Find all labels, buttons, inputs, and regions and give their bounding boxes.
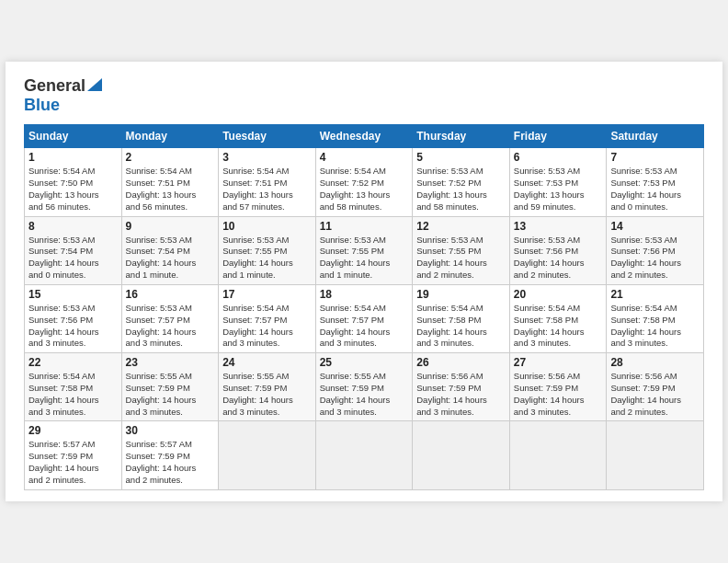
day-number: 15 xyxy=(28,288,118,301)
day-header-thursday: Thursday xyxy=(413,125,510,148)
calendar-header-row: SundayMondayTuesdayWednesdayThursdayFrid… xyxy=(25,125,704,148)
day-number: 8 xyxy=(28,220,118,233)
day-info: Sunrise: 5:56 AMSunset: 7:59 PMDaylight:… xyxy=(416,371,506,418)
day-cell: 30Sunrise: 5:57 AMSunset: 7:59 PMDayligh… xyxy=(121,421,219,489)
day-number: 10 xyxy=(222,220,312,233)
day-info: Sunrise: 5:57 AMSunset: 7:59 PMDaylight:… xyxy=(126,439,215,486)
day-cell: 9Sunrise: 5:53 AMSunset: 7:54 PMDaylight… xyxy=(121,216,219,284)
day-cell: 2Sunrise: 5:54 AMSunset: 7:51 PMDaylight… xyxy=(121,148,219,216)
day-cell: 14Sunrise: 5:53 AMSunset: 7:56 PMDayligh… xyxy=(607,216,704,284)
day-number: 23 xyxy=(126,356,215,369)
day-cell: 4Sunrise: 5:54 AMSunset: 7:52 PMDaylight… xyxy=(315,148,413,216)
day-info: Sunrise: 5:53 AMSunset: 7:52 PMDaylight:… xyxy=(416,166,506,213)
day-header-friday: Friday xyxy=(509,125,607,148)
day-info: Sunrise: 5:53 AMSunset: 7:54 PMDaylight:… xyxy=(28,235,118,282)
day-info: Sunrise: 5:54 AMSunset: 7:50 PMDaylight:… xyxy=(28,166,118,213)
day-info: Sunrise: 5:54 AMSunset: 7:57 PMDaylight:… xyxy=(222,303,312,350)
day-cell: 7Sunrise: 5:53 AMSunset: 7:53 PMDaylight… xyxy=(607,148,704,216)
day-info: Sunrise: 5:53 AMSunset: 7:55 PMDaylight:… xyxy=(416,235,506,282)
day-number: 13 xyxy=(514,220,603,233)
day-cell: 11Sunrise: 5:53 AMSunset: 7:55 PMDayligh… xyxy=(315,216,413,284)
day-info: Sunrise: 5:54 AMSunset: 7:57 PMDaylight:… xyxy=(320,303,409,350)
day-header-monday: Monday xyxy=(121,125,219,148)
day-number: 21 xyxy=(610,288,700,301)
day-cell: 5Sunrise: 5:53 AMSunset: 7:52 PMDaylight… xyxy=(413,148,510,216)
day-cell: 17Sunrise: 5:54 AMSunset: 7:57 PMDayligh… xyxy=(219,284,316,352)
day-number: 11 xyxy=(320,220,409,233)
day-cell: 3Sunrise: 5:54 AMSunset: 7:51 PMDaylight… xyxy=(219,148,316,216)
day-info: Sunrise: 5:55 AMSunset: 7:59 PMDaylight:… xyxy=(222,371,312,418)
day-number: 26 xyxy=(416,356,506,369)
week-row-3: 15Sunrise: 5:53 AMSunset: 7:56 PMDayligh… xyxy=(25,284,704,352)
day-number: 3 xyxy=(222,151,312,164)
day-number: 25 xyxy=(320,356,409,369)
day-number: 2 xyxy=(126,151,215,164)
day-number: 20 xyxy=(514,288,603,301)
day-cell xyxy=(413,421,510,489)
day-cell xyxy=(607,421,704,489)
day-info: Sunrise: 5:54 AMSunset: 7:58 PMDaylight:… xyxy=(610,303,700,350)
day-number: 7 xyxy=(610,151,700,164)
day-cell: 15Sunrise: 5:53 AMSunset: 7:56 PMDayligh… xyxy=(25,284,122,352)
day-info: Sunrise: 5:56 AMSunset: 7:59 PMDaylight:… xyxy=(610,371,700,418)
day-cell: 13Sunrise: 5:53 AMSunset: 7:56 PMDayligh… xyxy=(509,216,607,284)
day-number: 5 xyxy=(416,151,506,164)
day-info: Sunrise: 5:53 AMSunset: 7:53 PMDaylight:… xyxy=(514,166,603,213)
day-number: 30 xyxy=(126,424,215,437)
day-info: Sunrise: 5:54 AMSunset: 7:51 PMDaylight:… xyxy=(126,166,215,213)
day-cell: 28Sunrise: 5:56 AMSunset: 7:59 PMDayligh… xyxy=(607,353,704,421)
day-cell: 6Sunrise: 5:53 AMSunset: 7:53 PMDaylight… xyxy=(509,148,607,216)
day-header-saturday: Saturday xyxy=(607,125,704,148)
day-header-tuesday: Tuesday xyxy=(219,125,316,148)
day-cell: 20Sunrise: 5:54 AMSunset: 7:58 PMDayligh… xyxy=(509,284,607,352)
day-info: Sunrise: 5:54 AMSunset: 7:52 PMDaylight:… xyxy=(320,166,409,213)
day-number: 17 xyxy=(222,288,312,301)
week-row-4: 22Sunrise: 5:54 AMSunset: 7:58 PMDayligh… xyxy=(25,353,704,421)
day-cell xyxy=(219,421,316,489)
day-info: Sunrise: 5:53 AMSunset: 7:56 PMDaylight:… xyxy=(610,235,700,282)
svg-marker-0 xyxy=(87,78,102,91)
day-info: Sunrise: 5:53 AMSunset: 7:57 PMDaylight:… xyxy=(126,303,215,350)
day-number: 4 xyxy=(320,151,409,164)
week-row-5: 29Sunrise: 5:57 AMSunset: 7:59 PMDayligh… xyxy=(25,421,704,489)
day-info: Sunrise: 5:53 AMSunset: 7:56 PMDaylight:… xyxy=(514,235,603,282)
day-number: 22 xyxy=(28,356,118,369)
logo-text: General xyxy=(24,76,85,96)
day-info: Sunrise: 5:53 AMSunset: 7:56 PMDaylight:… xyxy=(28,303,118,350)
day-number: 12 xyxy=(416,220,506,233)
day-cell: 21Sunrise: 5:54 AMSunset: 7:58 PMDayligh… xyxy=(607,284,704,352)
day-info: Sunrise: 5:54 AMSunset: 7:58 PMDaylight:… xyxy=(416,303,506,350)
day-header-sunday: Sunday xyxy=(25,125,122,148)
day-info: Sunrise: 5:54 AMSunset: 7:58 PMDaylight:… xyxy=(514,303,603,350)
day-cell: 8Sunrise: 5:53 AMSunset: 7:54 PMDaylight… xyxy=(25,216,122,284)
day-cell: 22Sunrise: 5:54 AMSunset: 7:58 PMDayligh… xyxy=(25,353,122,421)
day-number: 16 xyxy=(126,288,215,301)
calendar-page: General Blue SundayMondayTuesdayWednesda… xyxy=(6,62,722,500)
day-header-wednesday: Wednesday xyxy=(315,125,413,148)
day-info: Sunrise: 5:54 AMSunset: 7:51 PMDaylight:… xyxy=(222,166,312,213)
logo-blue-text: Blue xyxy=(24,96,60,115)
day-number: 28 xyxy=(610,356,700,369)
day-cell: 25Sunrise: 5:55 AMSunset: 7:59 PMDayligh… xyxy=(315,353,413,421)
calendar-table: SundayMondayTuesdayWednesdayThursdayFrid… xyxy=(24,124,704,489)
day-cell: 24Sunrise: 5:55 AMSunset: 7:59 PMDayligh… xyxy=(219,353,316,421)
day-cell xyxy=(315,421,413,489)
day-cell: 27Sunrise: 5:56 AMSunset: 7:59 PMDayligh… xyxy=(509,353,607,421)
day-info: Sunrise: 5:54 AMSunset: 7:58 PMDaylight:… xyxy=(28,371,118,418)
day-info: Sunrise: 5:53 AMSunset: 7:55 PMDaylight:… xyxy=(222,235,312,282)
day-info: Sunrise: 5:53 AMSunset: 7:53 PMDaylight:… xyxy=(610,166,700,213)
day-info: Sunrise: 5:57 AMSunset: 7:59 PMDaylight:… xyxy=(28,439,118,486)
day-cell: 29Sunrise: 5:57 AMSunset: 7:59 PMDayligh… xyxy=(25,421,122,489)
page-header: General Blue xyxy=(24,76,704,115)
day-number: 27 xyxy=(514,356,603,369)
day-cell: 18Sunrise: 5:54 AMSunset: 7:57 PMDayligh… xyxy=(315,284,413,352)
day-info: Sunrise: 5:53 AMSunset: 7:54 PMDaylight:… xyxy=(126,235,215,282)
day-number: 9 xyxy=(126,220,215,233)
day-cell xyxy=(509,421,607,489)
logo-icon xyxy=(87,78,102,95)
day-cell: 12Sunrise: 5:53 AMSunset: 7:55 PMDayligh… xyxy=(413,216,510,284)
day-info: Sunrise: 5:56 AMSunset: 7:59 PMDaylight:… xyxy=(514,371,603,418)
day-cell: 10Sunrise: 5:53 AMSunset: 7:55 PMDayligh… xyxy=(219,216,316,284)
day-number: 29 xyxy=(28,424,118,437)
day-number: 1 xyxy=(28,151,118,164)
